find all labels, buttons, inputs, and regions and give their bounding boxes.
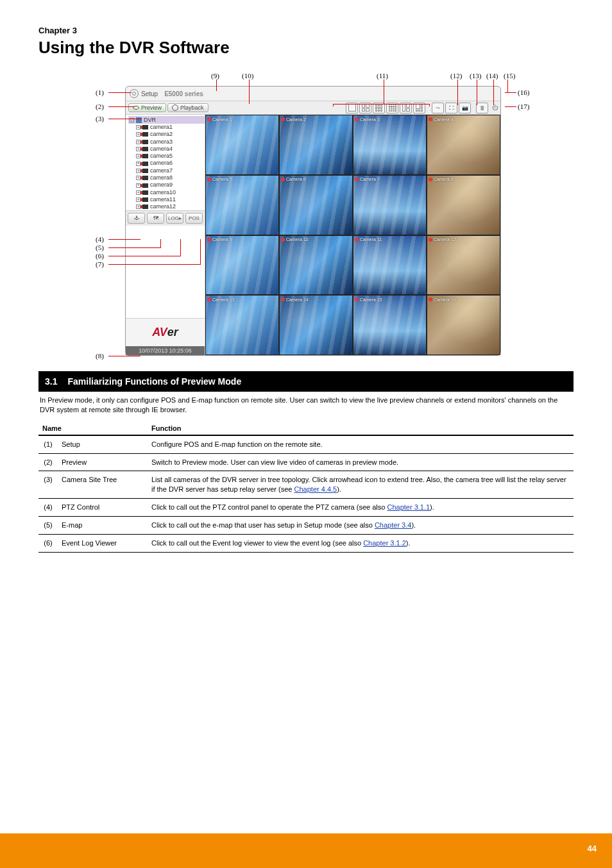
row-name: Camera Site Tree — [58, 471, 148, 499]
camera-label: camera1 — [150, 124, 173, 131]
line — [216, 79, 217, 91]
line — [108, 106, 135, 107]
playback-tab[interactable]: Playback — [167, 103, 208, 112]
line — [160, 239, 161, 248]
timestamp: 10/07/2013 10:25:06 — [126, 346, 205, 355]
table-row: (5) E-map Click to call out the e-map th… — [38, 517, 574, 535]
callout-4: (4) — [96, 235, 104, 243]
line — [505, 92, 516, 93]
cross-ref-link[interactable]: Chapter 3.4 — [375, 521, 411, 529]
callout-17: (17) — [518, 103, 529, 110]
video-cell[interactable]: Camera5 — [205, 175, 279, 235]
tree-item[interactable]: +camera1 — [128, 124, 205, 131]
video-cell[interactable]: Camera8 — [427, 175, 500, 235]
video-cell[interactable]: Camera7 — [353, 175, 427, 235]
line — [507, 79, 508, 92]
video-cell[interactable]: Camera15 — [353, 295, 427, 355]
video-cell[interactable]: Camera11 — [353, 235, 427, 296]
camera-tree[interactable]: - DVR +camera1 +camera2 +camera3 +camera… — [126, 115, 205, 210]
pos-button[interactable]: POS — [185, 213, 203, 224]
row-function: List all cameras of the DVR server in tr… — [148, 471, 574, 499]
camera-icon — [142, 154, 148, 158]
table-row: (6) Event Log Viewer Click to call out t… — [38, 534, 574, 552]
app-toolbar: Preview Playback ⤳ ⛶ 📷 🗑 — [126, 101, 500, 115]
camera-icon — [142, 190, 148, 195]
gear-icon — [130, 89, 139, 98]
camera-label: camera6 — [150, 160, 173, 167]
row-number: (4) — [38, 499, 58, 517]
emap-button[interactable]: 🗺 — [147, 213, 164, 224]
line — [180, 239, 181, 256]
table-row: (1) Setup Configure POS and E-map functi… — [38, 435, 574, 453]
camera-label: camera2 — [150, 131, 173, 138]
eventlog-button[interactable]: LOG▸ — [166, 213, 183, 224]
cross-ref-link[interactable]: Chapter 3.1.2 — [363, 539, 406, 547]
callout-2: (2) — [96, 103, 104, 110]
preview-tab[interactable]: Preview — [128, 103, 166, 112]
camera-label: camera12 — [150, 203, 176, 210]
row-function: Click to call out the Event log viewer t… — [148, 534, 574, 552]
setup-label[interactable]: Setup — [141, 90, 158, 97]
power-icon[interactable]: ⏻ — [492, 104, 498, 111]
tree-item[interactable]: +camera8 — [128, 174, 205, 181]
line — [384, 79, 384, 104]
video-cell[interactable]: Camera12 — [427, 235, 500, 296]
video-cell[interactable]: Camera13 — [205, 295, 279, 355]
tree-item[interactable]: +camera4 — [128, 146, 205, 153]
video-cell[interactable]: Camera2 — [279, 115, 353, 175]
video-cell[interactable]: Camera9 — [205, 235, 279, 296]
column-header-function: Function — [148, 422, 574, 435]
ptz-button[interactable]: 🕹 — [128, 213, 145, 224]
callout-1: (1) — [96, 88, 104, 96]
tree-root-label: DVR — [144, 117, 156, 123]
row-number: (6) — [38, 534, 58, 552]
tree-item[interactable]: +camera7 — [128, 167, 205, 174]
playback-tab-label: Playback — [180, 104, 204, 111]
camera-label: camera4 — [150, 146, 173, 153]
cross-ref-link[interactable]: Chapter 4.4.5 — [294, 485, 337, 493]
table-row: (2) Preview Switch to Preview mode. User… — [38, 453, 574, 471]
video-cell[interactable]: Camera16 — [427, 295, 500, 355]
callout-13: (13) — [470, 72, 481, 79]
delete-button[interactable]: 🗑 — [476, 103, 488, 113]
video-cell[interactable]: Camera14 — [279, 295, 353, 355]
snapshot-button[interactable]: 📷 — [459, 103, 471, 113]
section-number: 3.1 — [45, 376, 57, 387]
camera-icon — [142, 204, 148, 209]
tree-item[interactable]: +camera5 — [128, 153, 205, 160]
tree-root[interactable]: - DVR — [128, 116, 205, 124]
tree-item[interactable]: +camera3 — [128, 138, 205, 146]
tree-item[interactable]: +camera9 — [128, 181, 205, 188]
video-cell[interactable]: Camera4 — [427, 115, 500, 175]
tree-item[interactable]: +camera6 — [128, 160, 205, 167]
line — [108, 264, 200, 265]
camera-icon — [142, 132, 148, 137]
video-cell[interactable]: Camera10 — [279, 235, 353, 296]
chapter-number: Chapter 3 — [38, 26, 574, 35]
line — [108, 119, 142, 119]
tree-item[interactable]: +camera12 — [128, 203, 205, 210]
camera-label: camera10 — [150, 189, 176, 196]
line — [505, 106, 516, 107]
tree-item[interactable]: +camera10 — [128, 189, 205, 196]
line — [108, 247, 160, 248]
autoscanner-button[interactable]: ⤳ — [432, 103, 444, 113]
tree-item[interactable]: +camera11 — [128, 196, 205, 203]
callout-10: (10) — [242, 72, 253, 79]
dvr-app-window: Setup E5000 series Preview Playback — [125, 86, 501, 356]
camera-icon — [142, 176, 148, 180]
callout-3: (3) — [96, 115, 104, 122]
video-cell[interactable]: Camera3 — [353, 115, 427, 175]
video-cell[interactable]: Camera6 — [279, 175, 353, 235]
line — [108, 92, 132, 93]
video-cell[interactable]: Camera1 — [205, 115, 279, 175]
cross-ref-link[interactable]: Chapter 3.1.1 — [387, 503, 430, 511]
fullscreen-button[interactable]: ⛶ — [445, 103, 457, 113]
record-icon — [207, 117, 211, 121]
table-row: (3) Camera Site Tree List all cameras of… — [38, 471, 574, 499]
column-header-name: Name — [38, 422, 148, 435]
chapter-title: Using the DVR Software — [38, 38, 574, 58]
row-name: Preview — [58, 453, 148, 471]
tree-item[interactable]: +camera2 — [128, 131, 205, 138]
row-number: (2) — [38, 453, 58, 471]
